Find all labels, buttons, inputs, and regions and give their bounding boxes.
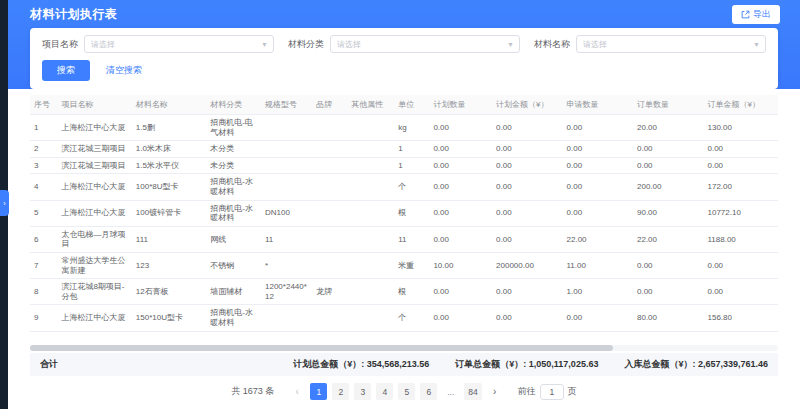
project-name-select[interactable]: ▼ bbox=[84, 35, 274, 53]
summary-item: 入库总金额（¥）: 2,657,339,761.46 bbox=[624, 358, 768, 371]
next-page-button[interactable]: › bbox=[487, 383, 503, 400]
collapsed-sidebar: › bbox=[0, 0, 8, 409]
header-band: 材料计划执行表 导出 项目名称 ▼ bbox=[8, 0, 800, 89]
page-button[interactable]: 3 bbox=[354, 383, 371, 400]
page-button[interactable]: 84 bbox=[464, 383, 481, 400]
table-cell: 11 bbox=[394, 226, 429, 252]
table-cell: 0.00 bbox=[633, 279, 703, 305]
table-cell: 招商机电-水暖材料 bbox=[206, 174, 261, 200]
table-cell: 0.00 bbox=[563, 157, 633, 174]
table-cell: 10772.10 bbox=[703, 200, 778, 226]
chevron-down-icon: ▼ bbox=[507, 41, 514, 48]
page-button[interactable]: 2 bbox=[332, 383, 349, 400]
table-cell: 滨江花城8期项目-分包 bbox=[57, 279, 131, 305]
table-cell: 130.00 bbox=[703, 115, 778, 141]
filter-card: 项目名称 ▼ 材料分类 ▼ 材料名称 bbox=[30, 28, 778, 89]
project-name-label: 项目名称 bbox=[42, 38, 78, 51]
column-header: 单位 bbox=[394, 95, 429, 115]
table-cell: 1 bbox=[394, 141, 429, 158]
export-button[interactable]: 导出 bbox=[732, 5, 780, 24]
table-cell bbox=[347, 226, 394, 252]
page-button[interactable]: 5 bbox=[398, 383, 415, 400]
table-row[interactable]: 4上海松江中心大厦100*8U型卡招商机电-水暖材料个0.000.000.002… bbox=[30, 174, 778, 200]
table-row[interactable]: 9上海松江中心大厦150*10U型卡招商机电-水暖材料个0.000.000.00… bbox=[30, 305, 778, 331]
table-cell: 6 bbox=[30, 226, 57, 252]
table-cell: 123 bbox=[132, 252, 206, 278]
table-cell: 0.00 bbox=[703, 252, 778, 278]
material-category-select[interactable]: ▼ bbox=[330, 35, 520, 53]
material-name-input[interactable] bbox=[583, 40, 749, 49]
column-header: 材料名称 bbox=[132, 95, 206, 115]
column-header: 计划数量 bbox=[429, 95, 492, 115]
table-cell bbox=[261, 157, 312, 174]
page-button[interactable]: 6 bbox=[420, 383, 437, 400]
table-cell: 156.80 bbox=[703, 305, 778, 331]
table-cell: 5 bbox=[30, 200, 57, 226]
table-row[interactable]: 6太仓电梯—月球项目111网线11110.000.0022.0022.00118… bbox=[30, 226, 778, 252]
table-cell: 0.00 bbox=[633, 157, 703, 174]
column-header: 订单数量 bbox=[633, 95, 703, 115]
export-label: 导出 bbox=[753, 8, 771, 21]
table-cell: 7 bbox=[30, 252, 57, 278]
table-cell: 22.00 bbox=[563, 226, 633, 252]
table-row[interactable]: 5上海松江中心大厦100镀锌管卡招商机电-水暖材料DN100根0.000.000… bbox=[30, 200, 778, 226]
table-cell: 米重 bbox=[394, 252, 429, 278]
table-row[interactable]: 8滨江花城8期项目-分包12石膏板墙面辅材1200*2440*12龙牌根0.00… bbox=[30, 279, 778, 305]
page-list: 123456...84 bbox=[310, 383, 481, 400]
table-cell: 11.00 bbox=[563, 252, 633, 278]
table-cell bbox=[347, 279, 394, 305]
clear-search-button[interactable]: 清空搜索 bbox=[106, 64, 142, 77]
table-cell: 90.00 bbox=[633, 200, 703, 226]
table-row[interactable]: 2滨江花城三期项目1.0米木床木分类10.000.000.000.000.00 bbox=[30, 141, 778, 158]
table-cell: 200000.00 bbox=[492, 252, 562, 278]
table-cell: 滨江花城三期项目 bbox=[57, 141, 131, 158]
table-cell: 0.00 bbox=[492, 305, 562, 331]
table-cell: 1.5删 bbox=[132, 115, 206, 141]
table-cell: 20.00 bbox=[633, 115, 703, 141]
summary-item: 订单总金额（¥）: 1,050,117,025.63 bbox=[455, 358, 598, 371]
topbar: 材料计划执行表 导出 bbox=[8, 0, 800, 28]
page-title: 材料计划执行表 bbox=[30, 6, 118, 23]
chevron-right-icon: › bbox=[3, 200, 5, 207]
column-header: 材料分类 bbox=[206, 95, 261, 115]
material-name-select[interactable]: ▼ bbox=[576, 35, 766, 53]
table-cell: * bbox=[261, 252, 312, 278]
material-category-input[interactable] bbox=[337, 40, 503, 49]
filter-group-material: 材料名称 ▼ bbox=[534, 35, 766, 53]
table-cell: 0.00 bbox=[492, 279, 562, 305]
goto-suffix: 页 bbox=[568, 385, 577, 398]
table-cell: 0.00 bbox=[563, 200, 633, 226]
table-cell: 0.00 bbox=[703, 141, 778, 158]
table-cell: 0.00 bbox=[633, 141, 703, 158]
table-cell bbox=[312, 157, 347, 174]
page-button[interactable]: 4 bbox=[376, 383, 393, 400]
table-cell: 4 bbox=[30, 174, 57, 200]
column-header: 申请数量 bbox=[563, 95, 633, 115]
column-header: 订单金额（¥） bbox=[703, 95, 778, 115]
table-cell: 10.00 bbox=[429, 252, 492, 278]
horizontal-scrollbar-thumb[interactable] bbox=[30, 345, 613, 351]
sidebar-expand-handle[interactable]: › bbox=[0, 190, 9, 216]
prev-page-button[interactable]: ‹ bbox=[289, 383, 305, 400]
table-row[interactable]: 1上海松江中心大厦1.5删招商机电-电气材料kg0.000.000.0020.0… bbox=[30, 115, 778, 141]
table-cell: 0.00 bbox=[563, 141, 633, 158]
summary-item: 计划总金额（¥）: 354,568,213.56 bbox=[293, 358, 429, 371]
filter-actions: 搜索 清空搜索 bbox=[42, 60, 766, 81]
page-button[interactable]: 1 bbox=[310, 383, 327, 400]
project-name-input[interactable] bbox=[91, 40, 257, 49]
table-cell: 滨江花城三期项目 bbox=[57, 157, 131, 174]
goto-page-input[interactable] bbox=[540, 384, 564, 400]
table-cell: 0.00 bbox=[492, 115, 562, 141]
table-row[interactable]: 7常州盛达大学生公寓新建123不锈钢*米重10.00200000.0011.00… bbox=[30, 252, 778, 278]
table-cell: 150*10U型卡 bbox=[132, 305, 206, 331]
table-cell: DN100 bbox=[261, 200, 312, 226]
search-button[interactable]: 搜索 bbox=[42, 60, 90, 81]
materials-table: 序号项目名称材料名称材料分类规格型号品牌其他属性单位计划数量计划金额（¥）申请数… bbox=[30, 95, 778, 332]
pagination: 共 1673 条 ‹ 123456...84 › 前往 页 bbox=[30, 376, 778, 409]
table-cell: 1.5米水平仪 bbox=[132, 157, 206, 174]
column-header: 其他属性 bbox=[347, 95, 394, 115]
horizontal-scrollbar-track[interactable] bbox=[30, 345, 778, 351]
table-cell: 0.00 bbox=[429, 200, 492, 226]
table-cell bbox=[347, 200, 394, 226]
table-row[interactable]: 3滨江花城三期项目1.5米水平仪未分类10.000.000.000.000.00 bbox=[30, 157, 778, 174]
